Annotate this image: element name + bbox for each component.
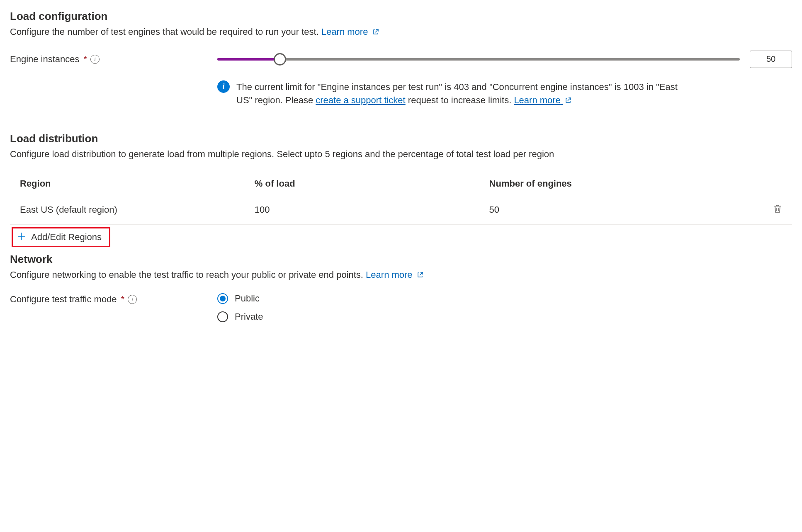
traffic-mode-label-col: Configure test traffic mode * i [10,293,209,305]
add-edit-regions-button[interactable]: Add/Edit Regions [12,227,110,247]
info-mid-text: request to increase limits. [408,95,514,105]
col-region: Region [10,172,245,195]
slider-thumb[interactable] [274,53,286,66]
load-dist-desc: Configure load distribution to generate … [10,148,792,161]
learn-more-label: Learn more [321,27,368,37]
load-config-learn-more-link[interactable]: Learn more [321,27,379,37]
add-edit-regions-label: Add/Edit Regions [31,232,102,243]
delete-row-button[interactable] [773,204,782,216]
radio-icon [217,293,228,304]
external-link-icon [372,26,379,39]
engine-instances-label-col: Engine instances * i [10,54,209,65]
engine-instances-value-input[interactable]: 50 [750,51,792,68]
traffic-mode-private-radio[interactable]: Private [217,311,263,322]
radio-icon [217,311,228,322]
info-icon[interactable]: i [128,295,137,304]
create-support-ticket-link[interactable]: create a support ticket [316,95,405,105]
engine-instances-label: Engine instances [10,54,80,65]
network-desc: Configure networking to enable the test … [10,268,792,282]
cell-pct-load: 100 [245,195,479,224]
plus-icon [17,232,26,243]
regions-table: Region % of load Number of engines East … [10,172,792,225]
table-row: East US (default region) 100 50 [10,195,792,224]
network-desc-text: Configure networking to enable the test … [10,270,366,280]
cell-region: East US (default region) [10,195,245,224]
network-title: Network [10,253,792,266]
col-num-engines: Number of engines [479,172,747,195]
load-config-title: Load configuration [10,10,792,23]
traffic-mode-label: Configure test traffic mode [10,294,117,305]
external-link-icon [565,94,571,107]
load-dist-title: Load distribution [10,132,792,145]
network-learn-more-label: Learn more [366,270,413,280]
load-config-desc: Configure the number of test engines tha… [10,25,792,39]
engine-instances-slider[interactable] [217,54,740,64]
traffic-mode-public-radio[interactable]: Public [217,293,263,304]
required-indicator: * [121,294,125,305]
cell-num-engines: 50 [479,195,747,224]
traffic-mode-field: Configure test traffic mode * i Public P… [10,293,792,322]
info-icon[interactable]: i [90,55,100,64]
external-link-icon [417,269,423,282]
info-learn-more-label: Learn more [514,95,561,105]
radio-label-public: Public [235,293,260,304]
load-config-desc-text: Configure the number of test engines tha… [10,27,321,37]
traffic-mode-radio-group: Public Private [217,293,263,322]
table-header-row: Region % of load Number of engines [10,172,792,195]
col-pct-load: % of load [245,172,479,195]
engine-instances-field: Engine instances * i 50 [10,51,792,68]
radio-label-private: Private [235,311,263,322]
required-indicator: * [84,54,87,65]
engine-limit-info: i The current limit for "Engine instance… [217,80,792,107]
info-learn-more-link[interactable]: Learn more [514,95,571,105]
info-badge-icon: i [217,80,230,93]
network-learn-more-link[interactable]: Learn more [366,270,423,280]
engine-limit-text: The current limit for "Engine instances … [236,80,684,107]
